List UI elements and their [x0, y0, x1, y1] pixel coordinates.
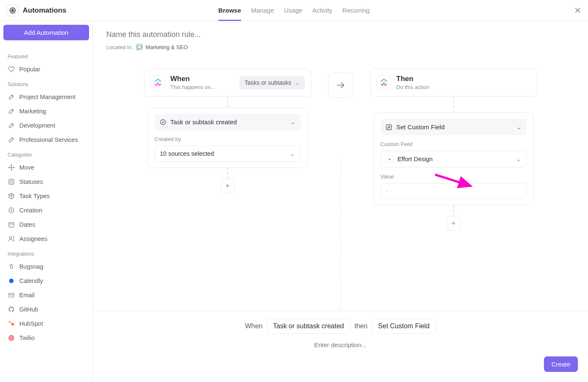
chevron-down-icon: ⌄ [290, 118, 296, 126]
svg-rect-4 [9, 222, 14, 227]
app-icon [7, 5, 18, 16]
svg-point-5 [9, 237, 11, 239]
tab-manage[interactable]: Manage [251, 0, 274, 21]
sidebar-item-email[interactable]: Email [3, 288, 89, 302]
vertical-divider [341, 160, 341, 311]
sidebar-item-assignees[interactable]: Assignees [3, 232, 89, 246]
calendly-icon [8, 277, 15, 285]
add-automation-button[interactable]: Add Automation [3, 25, 89, 40]
action-card: Set Custom Field ⌄ Custom Field ▾ Effort… [373, 113, 534, 205]
tab-browse[interactable]: Browse [218, 0, 241, 21]
svg-point-15 [160, 120, 165, 125]
sidebar-item-creation[interactable]: Creation [3, 203, 89, 217]
svg-rect-16 [386, 125, 391, 130]
cube-icon [8, 192, 15, 200]
svg-point-14 [12, 338, 13, 339]
wand-icon [8, 93, 15, 101]
github-icon [8, 306, 15, 313]
users-icon [8, 235, 15, 243]
wand-icon [8, 136, 15, 144]
svg-point-9 [9, 321, 10, 322]
action-selector[interactable]: Set Custom Field ⌄ [381, 119, 527, 135]
tab-recurring[interactable]: Recurring [342, 0, 370, 21]
when-card: When This happens on... Tasks or subtask… [144, 68, 311, 97]
space-icon: 💬 [136, 43, 143, 51]
dropdown-field-icon: ▾ [386, 155, 394, 163]
tab-activity[interactable]: Activity [312, 0, 333, 21]
svg-point-12 [12, 337, 13, 338]
svg-rect-1 [9, 179, 14, 184]
sidebar-item-twilio[interactable]: Twilio [3, 331, 89, 345]
svg-rect-2 [10, 181, 12, 183]
add-action-button[interactable]: + [446, 216, 461, 230]
sidebar: Add Automation Featured Popular Solution… [0, 21, 93, 382]
summary-when-chip[interactable]: Task or subtask created [267, 319, 350, 334]
sidebar-item-bugsnag[interactable]: Bugsnag [3, 259, 89, 274]
calendar-icon [8, 221, 15, 228]
value-label: Value [381, 173, 527, 180]
trigger-card: Task or subtask created ⌄ Created by 10 … [147, 107, 308, 168]
chevron-down-icon: ⌄ [290, 150, 295, 157]
summary-then-word: then [354, 322, 368, 330]
svg-point-6 [9, 279, 14, 283]
sidebar-item-marketing[interactable]: Marketing [3, 104, 89, 118]
sidebar-item-move[interactable]: Move [3, 160, 89, 175]
edit-square-icon [386, 124, 392, 131]
sidebar-item-statuses[interactable]: Statuses [3, 175, 89, 189]
sidebar-item-hubspot[interactable]: HubSpot [3, 317, 89, 331]
svg-point-10 [9, 335, 14, 340]
summary-then-chip[interactable]: Set Custom Field [372, 319, 436, 334]
hubspot-icon [8, 320, 15, 327]
sidebar-item-development[interactable]: Development [3, 118, 89, 133]
when-title: When [171, 75, 215, 83]
sidebar-item-calendly[interactable]: Calendly [3, 274, 89, 288]
page-title: Automations [23, 6, 66, 15]
move-icon [8, 164, 15, 171]
section-solutions: Solutions [3, 79, 89, 90]
check-circle-icon [160, 119, 166, 126]
bugsnag-icon [8, 263, 15, 270]
chevron-down-icon: ⌄ [295, 79, 300, 86]
header: Automations Browse Manage Usage Activity… [0, 0, 588, 21]
clickup-icon [376, 75, 391, 90]
close-icon[interactable]: ✕ [574, 5, 581, 16]
sidebar-item-task-types[interactable]: Task Types [3, 189, 89, 203]
sidebar-item-professional-services[interactable]: Professional Services [3, 133, 89, 147]
sidebar-item-project-management[interactable]: Project Management [3, 90, 89, 104]
wand-icon [8, 107, 15, 115]
custom-field-label: Custom Field [381, 141, 527, 147]
automation-name-input[interactable] [106, 30, 575, 39]
value-selector[interactable]: - [381, 183, 527, 199]
status-icon [8, 178, 15, 186]
section-integrations: Integrations [3, 249, 89, 259]
then-title: Then [396, 75, 430, 83]
create-button[interactable]: Create [544, 356, 578, 372]
created-by-label: Created by [155, 136, 301, 142]
section-featured: Featured [3, 51, 89, 62]
clickup-icon [150, 75, 165, 90]
heart-icon [8, 65, 15, 73]
located-in-value[interactable]: Marketing & SEO [146, 44, 188, 50]
sidebar-label: Popular [19, 66, 40, 73]
scope-selector[interactable]: Tasks or subtasks ⌄ [239, 76, 304, 89]
then-subtitle: Do this action [396, 84, 430, 90]
then-card: Then Do this action [370, 68, 537, 97]
when-subtitle: This happens on... [171, 84, 215, 90]
svg-point-11 [10, 337, 11, 338]
sidebar-item-popular[interactable]: Popular [3, 62, 89, 76]
arrow-connector [328, 73, 353, 98]
tab-usage[interactable]: Usage [284, 0, 302, 21]
chevron-down-icon: ⌄ [516, 156, 521, 162]
twilio-icon [8, 334, 15, 342]
add-trigger-button[interactable]: + [220, 179, 235, 193]
sidebar-item-github[interactable]: GitHub [3, 302, 89, 317]
plus-circle-icon [8, 207, 15, 214]
chevron-down-icon: ⌄ [516, 123, 522, 131]
footer: When Task or subtask created then Set Cu… [93, 311, 588, 382]
trigger-selector[interactable]: Task or subtask created ⌄ [155, 114, 301, 130]
custom-field-selector[interactable]: ▾ Effort Design ⌄ [381, 151, 527, 167]
sidebar-item-dates[interactable]: Dates [3, 217, 89, 232]
description-input[interactable] [301, 341, 381, 348]
created-by-selector[interactable]: 10 sources selected ⌄ [155, 146, 301, 162]
mail-icon [8, 291, 15, 299]
